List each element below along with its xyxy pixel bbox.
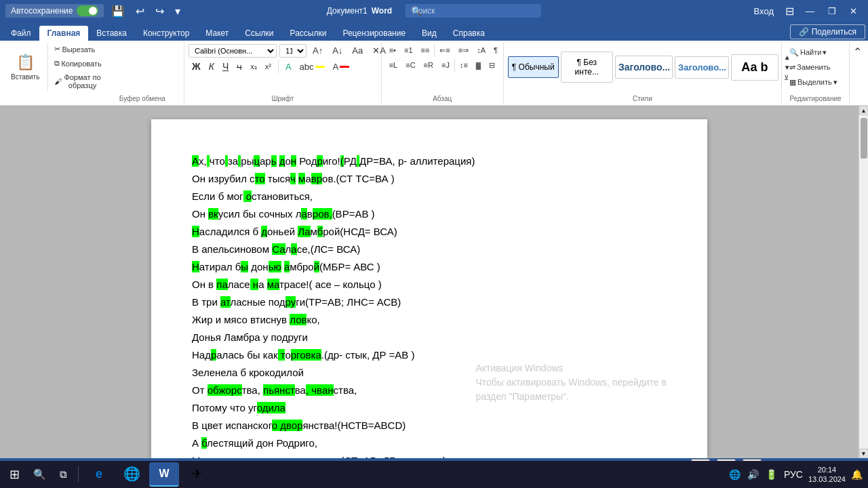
font-color-bar bbox=[340, 66, 349, 68]
tab-designer[interactable]: Конструктор bbox=[135, 26, 197, 41]
search-button[interactable]: 🔍 bbox=[28, 466, 52, 483]
start-button[interactable]: ⊞ bbox=[4, 464, 25, 485]
show-hide-button[interactable]: ¶ bbox=[490, 43, 501, 57]
align-right-button[interactable]: ≡R bbox=[420, 58, 437, 72]
volume-icon[interactable]: 🔊 bbox=[746, 468, 760, 481]
tab-file[interactable]: Файл bbox=[3, 26, 39, 41]
document-content: Ах, что за рыцарь дон Родриго!(РД ДР=ВА,… bbox=[192, 153, 667, 458]
style-heading2[interactable]: Заголово... bbox=[675, 56, 729, 79]
cut-button[interactable]: ✂ Вырезать bbox=[51, 43, 104, 56]
text-effects-button[interactable]: A bbox=[282, 60, 295, 74]
multilevel-button[interactable]: ≡≡ bbox=[418, 43, 433, 57]
doc-line: Мастер кровью штопать дыры. (СТ=АВ, ДР-к… bbox=[192, 453, 667, 458]
font-size-select[interactable]: 11 bbox=[279, 44, 307, 58]
superscript-button[interactable]: х² bbox=[262, 60, 275, 73]
align-left-button[interactable]: ≡L bbox=[386, 58, 401, 72]
share-button[interactable]: 🔗 Поделиться bbox=[790, 24, 865, 39]
bullets-button[interactable]: ≡• bbox=[386, 43, 399, 57]
font-family-select[interactable]: Calibri (Основн... bbox=[189, 44, 277, 58]
font-color-button[interactable]: A bbox=[330, 60, 353, 74]
highlight-button[interactable]: abc bbox=[296, 60, 328, 74]
tab-review[interactable]: Рецензирование bbox=[334, 26, 414, 41]
select-dropdown-icon: ▾ bbox=[833, 78, 837, 87]
signin-button[interactable]: Вход bbox=[749, 3, 779, 19]
taskbar-edge[interactable]: e bbox=[84, 462, 114, 487]
doc-line: Донья Ламбра у подруги bbox=[192, 329, 667, 346]
divider3 bbox=[454, 58, 455, 72]
minimize-button[interactable]: — bbox=[800, 3, 820, 19]
tab-view[interactable]: Вид bbox=[414, 26, 445, 41]
vertical-scrollbar[interactable]: ▲ ▼ bbox=[859, 106, 868, 458]
autosave-toggle[interactable] bbox=[77, 5, 98, 16]
network-icon[interactable]: 🌐 bbox=[728, 468, 742, 481]
scroll-thumb[interactable] bbox=[861, 118, 867, 159]
sort-button[interactable]: ↕A bbox=[473, 43, 489, 57]
strikethrough-button[interactable]: ч̶ bbox=[233, 60, 245, 74]
main-area: Ах, что за рыцарь дон Родриго!(РД ДР=ВА,… bbox=[0, 106, 868, 458]
task-view-button[interactable]: ⧉ bbox=[54, 466, 73, 483]
search-input[interactable] bbox=[406, 4, 541, 18]
align-center-button[interactable]: ≡C bbox=[402, 58, 418, 72]
line-spacing-button[interactable]: ↕≡ bbox=[456, 58, 471, 72]
doc-line: В три атласные подруги(ТР=АВ; ЛНС= АСВ) bbox=[192, 294, 667, 310]
taskbar-separator bbox=[78, 466, 79, 483]
close-button[interactable]: ✕ bbox=[844, 3, 863, 19]
taskbar-chrome[interactable]: 🌐 bbox=[117, 462, 146, 487]
ru-indicator[interactable]: РУС bbox=[783, 468, 804, 481]
date-display: 13.03.2024 bbox=[808, 474, 846, 484]
style-heading3[interactable]: Аа b bbox=[731, 54, 778, 81]
doc-line: В цвет испанского дворянства!(НСТВ=ABCD) bbox=[192, 418, 667, 434]
increase-indent-button[interactable]: ≡⇒ bbox=[455, 43, 472, 57]
bold-button[interactable]: Ж bbox=[189, 59, 204, 74]
time-display: 20:14 bbox=[808, 465, 846, 474]
tab-home[interactable]: Главная bbox=[39, 26, 89, 41]
tab-layout[interactable]: Макет bbox=[197, 26, 237, 41]
style-normal[interactable]: ¶ Обычный bbox=[508, 56, 559, 78]
clipboard-label: Буфер обмена bbox=[105, 94, 180, 102]
notification-icon[interactable]: 🔔 bbox=[850, 468, 864, 481]
borders-button[interactable]: ⊟ bbox=[486, 58, 498, 72]
style-heading1[interactable]: Заголово... bbox=[615, 56, 673, 79]
collapse-ribbon-button[interactable]: ⌃ bbox=[850, 43, 865, 60]
taskbar-telegram[interactable]: ✈ bbox=[182, 462, 212, 487]
copy-icon: ⧉ bbox=[54, 59, 60, 68]
case-button[interactable]: Aa bbox=[349, 43, 366, 58]
tab-references[interactable]: Ссылки bbox=[237, 26, 281, 41]
select-button[interactable]: ▦ Выделить ▾ bbox=[786, 76, 841, 89]
undo-button[interactable]: ↩ bbox=[132, 3, 148, 19]
taskbar-word[interactable]: W bbox=[149, 462, 179, 487]
format-painter-button[interactable]: 🖌 Формат по образцу bbox=[51, 71, 104, 92]
tab-mailings[interactable]: Рассылки bbox=[282, 26, 335, 41]
replace-button[interactable]: ⇌ Заменить bbox=[786, 61, 841, 74]
restore-button[interactable]: ❐ bbox=[823, 3, 842, 19]
scroll-up-button[interactable]: ▲ bbox=[859, 106, 869, 115]
ribbon-display-button[interactable]: ⊟ bbox=[782, 3, 797, 19]
paste-button[interactable]: 📋 Вставить bbox=[7, 43, 43, 91]
copy-button[interactable]: ⧉ Копировать bbox=[51, 57, 104, 70]
increase-font-button[interactable]: A↑ bbox=[309, 43, 326, 58]
redo-button[interactable]: ↪ bbox=[152, 3, 167, 19]
battery-icon[interactable]: 🔋 bbox=[764, 468, 778, 481]
underline-button[interactable]: Ч bbox=[219, 59, 232, 74]
tab-insert[interactable]: Вставка bbox=[88, 26, 135, 41]
scroll-down-button[interactable]: ▼ bbox=[859, 449, 869, 458]
justify-button[interactable]: ≡J bbox=[438, 58, 453, 72]
subscript-button[interactable]: х₂ bbox=[247, 60, 260, 73]
numbering-button[interactable]: ≡1 bbox=[401, 43, 416, 57]
scissors-icon: ✂ bbox=[54, 45, 60, 54]
shading-button[interactable]: ▓ bbox=[473, 58, 484, 72]
title-bar: Автосохранение 💾 ↩ ↪ ▾ Документ1 Word 🔍 … bbox=[0, 0, 868, 22]
divider2 bbox=[434, 43, 435, 57]
customize-button[interactable]: ▾ bbox=[172, 3, 184, 19]
decrease-indent-button[interactable]: ⇐≡ bbox=[436, 43, 453, 57]
tab-help[interactable]: Справка bbox=[445, 26, 493, 41]
document[interactable]: Ах, что за рыцарь дон Родриго!(РД ДР=ВА,… bbox=[151, 119, 707, 458]
save-button[interactable]: 💾 bbox=[108, 3, 128, 19]
find-icon: 🔍 bbox=[789, 48, 799, 57]
find-button[interactable]: 🔍 Найти ▾ bbox=[786, 46, 841, 59]
taskbar-time[interactable]: 20:14 13.03.2024 bbox=[808, 465, 846, 485]
decrease-font-button[interactable]: A↓ bbox=[329, 43, 346, 58]
style-no-spacing[interactable]: ¶ Без инте... bbox=[561, 52, 613, 83]
italic-button[interactable]: К bbox=[205, 59, 218, 74]
font-group: Calibri (Основн... 11 A↑ A↓ Aa ✕A Ж К Ч … bbox=[184, 42, 382, 104]
